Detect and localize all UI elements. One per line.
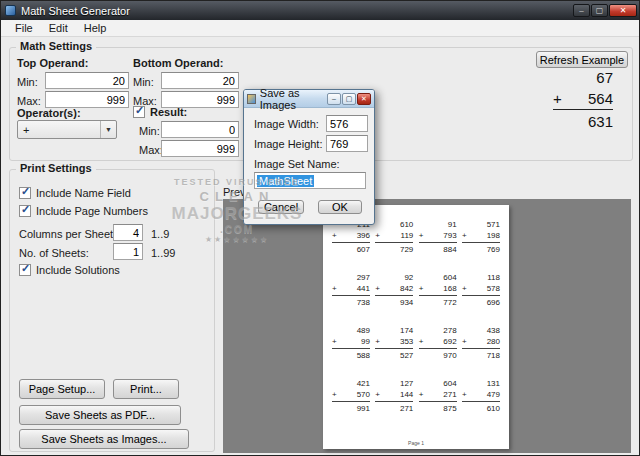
include-solutions-box[interactable] [19,264,31,276]
app-icon [5,5,16,16]
top-operand-label: Top Operand: [17,57,88,69]
math-problem: 571+198769 [462,219,500,256]
dialog-minimize-button[interactable]: – [327,93,341,105]
bottom-operand-label: Bottom Operand: [133,57,223,69]
close-button[interactable]: ✕ [609,4,637,17]
columns-per-sheet-label: Columns per Sheet: [19,228,116,240]
bottom-min-input[interactable] [161,72,239,89]
image-height-input[interactable] [326,135,368,152]
operators-combobox[interactable]: + ▼ [17,120,117,139]
save-as-images-dialog: Save as Images – ▢ ✕ Image Width: Image … [243,89,375,225]
menubar: File Edit Help [1,20,640,37]
math-problem: 127+144271 [375,378,413,415]
example-problem: 67 + 564 631 [553,69,613,130]
save-sheets-pdf-button[interactable]: Save Sheets as PDF... [19,405,181,425]
sheets-range-label: 1..99 [151,247,175,259]
window-title: Math Sheet Generator [21,5,130,17]
plus-sign: + [553,90,562,107]
include-solutions-checkbox[interactable]: Include Solutions [19,264,120,276]
dialog-cancel-button[interactable]: Cancel [258,200,304,214]
result-min-label: Min: [139,125,160,137]
titlebar: Math Sheet Generator – ▢ ✕ [1,1,640,20]
result-checkbox[interactable]: Result: [133,106,187,118]
math-problem: 278+692970 [419,325,457,362]
math-problem: 297+441738 [332,272,370,309]
app-window: Math Sheet Generator – ▢ ✕ File Edit Hel… [0,0,640,456]
include-page-numbers-label: Include Page Numbers [36,205,148,217]
operators-label: Operator(s): [17,107,81,119]
example-result: 631 [553,113,613,130]
page-setup-button[interactable]: Page Setup... [19,379,105,399]
math-problem: 604+168772 [419,272,457,309]
math-problem: 131+479610 [462,378,500,415]
math-problem: 91+793884 [419,219,457,256]
top-min-input[interactable] [45,72,129,89]
include-page-numbers-box[interactable] [19,205,31,217]
math-problem: 92+842934 [375,272,413,309]
include-solutions-label: Include Solutions [36,264,120,276]
include-name-field-box[interactable] [19,187,31,199]
preview-sheet: 211+396607610+11972991+793884571+1987692… [323,205,509,449]
bottom-min-label: Min: [133,76,154,88]
image-height-label: Image Height: [254,138,322,150]
dialog-titlebar: Save as Images – ▢ ✕ [244,90,374,108]
dialog-ok-button[interactable]: OK [318,200,362,214]
result-max-label: Max: [139,144,163,156]
result-checkbox-box[interactable] [133,106,145,118]
math-settings-label: Math Settings [16,40,96,52]
columns-range-label: 1..9 [151,228,169,240]
math-problem: 610+119729 [375,219,413,256]
preview-area: 211+396607610+11972991+793884571+1987692… [223,199,631,453]
image-set-name-label: Image Set Name: [254,158,340,170]
math-problem: 174+353527 [375,325,413,362]
include-page-numbers-checkbox[interactable]: Include Page Numbers [19,205,148,217]
columns-per-sheet-input[interactable] [113,224,143,241]
menu-help[interactable]: Help [76,21,115,35]
no-of-sheets-input[interactable] [113,243,143,260]
maximize-button[interactable]: ▢ [591,4,608,17]
chevron-down-icon[interactable]: ▼ [100,121,116,138]
include-name-field-label: Include Name Field [36,187,131,199]
refresh-example-button[interactable]: Refresh Example [536,51,628,68]
include-name-field-checkbox[interactable]: Include Name Field [19,187,131,199]
image-width-input[interactable] [326,115,368,132]
save-sheets-images-button[interactable]: Save Sheets as Images... [19,429,189,449]
top-min-label: Min: [17,76,38,88]
print-settings-label: Print Settings [16,162,96,174]
math-problem: 421+570991 [332,378,370,415]
top-max-label: Max: [17,95,41,107]
example-bottom-operand: 564 [588,90,613,107]
image-set-name-input[interactable]: MathSheet [254,172,366,189]
result-label: Result: [150,106,187,118]
image-width-label: Image Width: [254,118,319,130]
result-max-input[interactable] [161,140,239,157]
math-problem: 604+271875 [419,378,457,415]
example-top-operand: 67 [553,69,613,86]
menu-edit[interactable]: Edit [41,21,76,35]
dialog-maximize-button[interactable]: ▢ [342,93,356,105]
page-number-label: Page 1 [323,440,509,446]
math-problem: 489+99588 [332,325,370,362]
dialog-icon [247,94,256,104]
math-problem: 438+280718 [462,325,500,362]
dialog-title: Save as Images [260,87,327,111]
top-max-input[interactable] [45,91,129,108]
minimize-button[interactable]: – [573,4,590,17]
print-button[interactable]: Print... [113,379,179,399]
problems-grid: 211+396607610+11972991+793884571+1987692… [323,205,509,415]
no-of-sheets-label: No. of Sheets: [19,247,89,259]
dialog-close-button[interactable]: ✕ [357,93,371,105]
math-problem: 118+578696 [462,272,500,309]
operators-value: + [18,121,100,138]
image-set-name-value: MathSheet [257,175,314,187]
result-min-input[interactable] [161,121,239,138]
menu-file[interactable]: File [7,21,41,35]
